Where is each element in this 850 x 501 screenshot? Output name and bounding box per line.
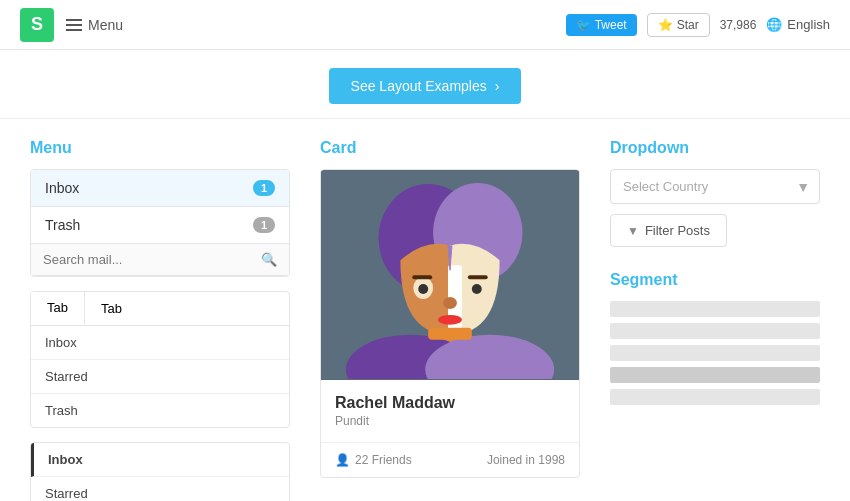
card-section: Card xyxy=(320,139,580,501)
tab2-item-inbox[interactable]: Inbox xyxy=(31,443,289,477)
card-job-title: Pundit xyxy=(335,414,565,428)
filter-posts-label: Filter Posts xyxy=(645,223,710,238)
card-person-name: Rachel Maddaw xyxy=(335,394,565,412)
segment-section: Segment xyxy=(610,271,820,405)
header-right: 🐦 Tweet ⭐ Star 37,986 🌐 English xyxy=(566,13,830,37)
card-body: Rachel Maddaw Pundit xyxy=(321,380,579,442)
friends-info: 👤 22 Friends xyxy=(335,453,412,467)
card-section-title: Card xyxy=(320,139,580,157)
dropdown-wrapper: Select Country United States United King… xyxy=(610,169,820,204)
card-image xyxy=(321,170,579,380)
segment-bar-1 xyxy=(610,301,820,317)
segment-bar-2 xyxy=(610,323,820,339)
svg-rect-12 xyxy=(412,275,432,279)
svg-rect-14 xyxy=(428,328,472,340)
tab-list-item-inbox[interactable]: Inbox xyxy=(31,326,289,360)
layout-btn-icon: › xyxy=(495,78,500,94)
main-content: Menu Inbox 1 Trash 1 🔍 Tab Tab Inbox xyxy=(0,119,850,501)
profile-card: Rachel Maddaw Pundit 👤 22 Friends Joined… xyxy=(320,169,580,478)
tabs-container-2: Inbox Starred Trash xyxy=(30,442,290,501)
dropdown-section-title: Dropdown xyxy=(610,139,820,157)
tab2-item-starred[interactable]: Starred xyxy=(31,477,289,501)
friends-icon: 👤 xyxy=(335,453,350,467)
star-button[interactable]: ⭐ Star xyxy=(647,13,710,37)
tab-list-item-starred[interactable]: Starred xyxy=(31,360,289,394)
inbox-label: Inbox xyxy=(45,180,79,196)
friends-count: 22 Friends xyxy=(355,453,412,467)
segment-bar-3 xyxy=(610,345,820,361)
svg-point-8 xyxy=(418,284,428,294)
star-count: 37,986 xyxy=(720,18,757,32)
svg-point-10 xyxy=(443,297,457,309)
tweet-button[interactable]: 🐦 Tweet xyxy=(566,14,637,36)
menu-section-title: Menu xyxy=(30,139,290,157)
joined-date: Joined in 1998 xyxy=(487,453,565,467)
trash-badge: 1 xyxy=(253,217,275,233)
svg-rect-13 xyxy=(468,275,488,279)
search-box: 🔍 xyxy=(31,244,289,276)
svg-point-9 xyxy=(472,284,482,294)
see-layout-examples-button[interactable]: See Layout Examples › xyxy=(329,68,522,104)
search-input[interactable] xyxy=(43,252,261,267)
language-label: English xyxy=(787,17,830,32)
tab-button-1[interactable]: Tab xyxy=(31,292,85,325)
github-icon: ⭐ xyxy=(658,18,673,32)
tabs-container-1: Tab Tab Inbox Starred Trash xyxy=(30,291,290,428)
menu-label: Menu xyxy=(88,17,123,33)
logo: S xyxy=(20,8,54,42)
tab-list-item-trash[interactable]: Trash xyxy=(31,394,289,427)
filter-posts-button[interactable]: ▼ Filter Posts xyxy=(610,214,727,247)
avatar-illustration xyxy=(321,171,579,379)
segment-bar-5 xyxy=(610,389,820,405)
segment-bar-4 xyxy=(610,367,820,383)
globe-icon: 🌐 xyxy=(766,17,782,32)
tab-content-1: Inbox Starred Trash xyxy=(31,326,289,427)
tab-button-2[interactable]: Tab xyxy=(85,292,138,325)
menu-toggle-button[interactable]: Menu xyxy=(66,17,123,33)
card-footer: 👤 22 Friends Joined in 1998 xyxy=(321,442,579,477)
right-section: Dropdown Select Country United States Un… xyxy=(610,139,820,501)
menu-item-trash[interactable]: Trash 1 xyxy=(31,207,289,244)
language-button[interactable]: 🌐 English xyxy=(766,17,830,32)
header: S Menu 🐦 Tweet ⭐ Star 37,986 🌐 English xyxy=(0,0,850,50)
hamburger-icon xyxy=(66,19,82,31)
twitter-icon: 🐦 xyxy=(576,18,591,32)
segment-section-title: Segment xyxy=(610,271,820,289)
trash-label: Trash xyxy=(45,217,80,233)
tabs-header: Tab Tab xyxy=(31,292,289,326)
search-icon: 🔍 xyxy=(261,252,277,267)
layout-btn-label: See Layout Examples xyxy=(351,78,487,94)
inbox-badge: 1 xyxy=(253,180,275,196)
svg-point-11 xyxy=(438,315,462,325)
menu-item-inbox[interactable]: Inbox 1 xyxy=(31,170,289,207)
menu-section: Menu Inbox 1 Trash 1 🔍 Tab Tab Inbox xyxy=(30,139,290,501)
dropdown-section: Dropdown Select Country United States Un… xyxy=(610,139,820,247)
header-left: S Menu xyxy=(20,8,123,42)
filter-icon: ▼ xyxy=(627,224,639,238)
top-banner: See Layout Examples › xyxy=(0,50,850,119)
country-select[interactable]: Select Country United States United King… xyxy=(610,169,820,204)
menu-list: Inbox 1 Trash 1 🔍 xyxy=(30,169,290,277)
